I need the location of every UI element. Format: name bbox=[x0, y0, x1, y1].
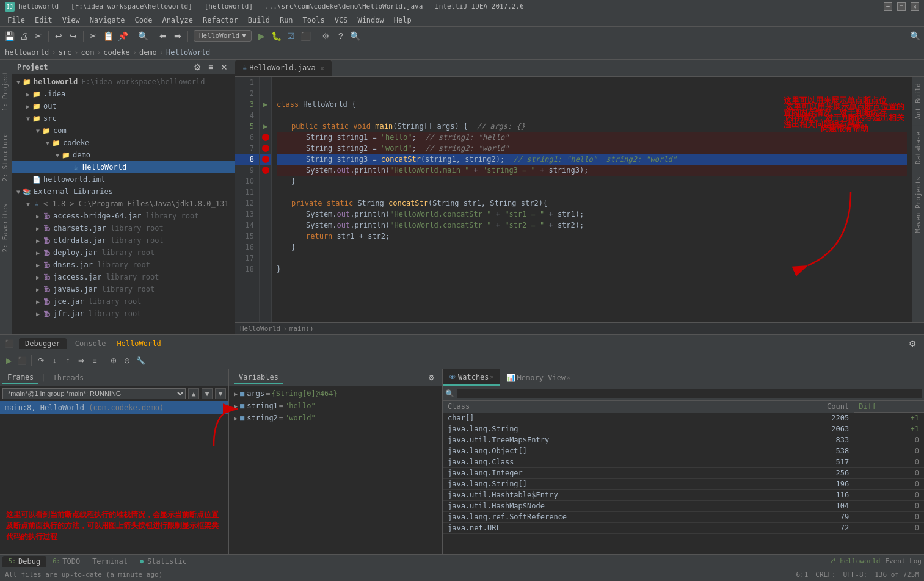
debug-step-out[interactable]: ↑ bbox=[62, 355, 74, 367]
menu-edit[interactable]: Edit bbox=[30, 15, 57, 26]
memory-search-input[interactable] bbox=[457, 389, 922, 398]
code-editor[interactable]: 1 2 3 4 5 6 7 8 9 10 11 12 13 14 bbox=[235, 77, 912, 322]
debug-resume-btn[interactable]: ▶ bbox=[2, 355, 15, 367]
menu-analyze[interactable]: Analyze bbox=[157, 15, 198, 26]
tree-codeke[interactable]: ▼ 📁 codeke bbox=[12, 137, 235, 149]
menu-refactor[interactable]: Refactor bbox=[198, 15, 243, 26]
frames-thread-selector[interactable]: *main*@1 in group *main*: RUNNING bbox=[2, 388, 186, 399]
memory-row-9[interactable]: java.lang.ref.SoftReference790 bbox=[443, 511, 924, 522]
debug-btn-5[interactable]: 🔧 bbox=[134, 355, 147, 367]
maximize-button[interactable]: □ bbox=[897, 2, 906, 11]
frames-tab[interactable]: Frames bbox=[2, 372, 38, 384]
memory-row-5[interactable]: java.lang.Integer2560 bbox=[443, 467, 924, 478]
editor-tab-close-icon[interactable]: ✕ bbox=[321, 65, 324, 71]
menu-window[interactable]: Window bbox=[352, 15, 388, 26]
tree-jar-7[interactable]: ▶ 🗜 javaws.jar library root bbox=[12, 283, 235, 295]
toolbar-btn-1[interactable]: 💾 bbox=[2, 29, 16, 43]
col-count[interactable]: Count bbox=[773, 401, 854, 413]
frames-filter-btn[interactable]: ▼ bbox=[215, 388, 226, 399]
memory-row-6[interactable]: java.lang.String[]1960 bbox=[443, 478, 924, 489]
event-log[interactable]: Event Log bbox=[885, 557, 922, 565]
editor-tab-helloworld[interactable]: ☕ HelloWorld.java ✕ bbox=[235, 60, 332, 76]
toolbar-btn-8[interactable]: ? bbox=[334, 29, 347, 43]
tree-jdk[interactable]: ▼ ☕ < 1.8 > C:\Program Files\Java\jdk1.8… bbox=[12, 198, 235, 210]
tree-jar-1[interactable]: ▶ 🗜 access-bridge-64.jar library root bbox=[12, 210, 235, 222]
toolbar-btn-paste[interactable]: 📌 bbox=[116, 29, 129, 43]
memory-row-8[interactable]: java.util.HashMap$Node1040 bbox=[443, 500, 924, 511]
debug-btn-3[interactable]: ⊕ bbox=[107, 355, 120, 367]
vars-settings-btn[interactable]: ⚙ bbox=[425, 372, 437, 384]
var-string1[interactable]: ▶ ■ string1 = "hello" bbox=[229, 400, 442, 412]
tree-jar-2[interactable]: ▶ 🗜 charsets.jar library root bbox=[12, 222, 235, 234]
close-button[interactable]: ✕ bbox=[911, 2, 919, 11]
project-expand-btn[interactable]: ≡ bbox=[205, 62, 216, 73]
frames-down-btn[interactable]: ▼ bbox=[202, 388, 213, 399]
breadcrumb-helloworld-file[interactable]: HelloWorld bbox=[166, 48, 210, 57]
breadcrumb-helloworld[interactable]: helloworld bbox=[5, 48, 49, 57]
git-branch[interactable]: ⎇ helloworld bbox=[828, 557, 881, 565]
debug-btn-4[interactable]: ⊖ bbox=[121, 355, 133, 367]
tree-jar-4[interactable]: ▶ 🗜 deploy.jar library root bbox=[12, 247, 235, 259]
sidebar-favorites-tab[interactable]: 2: Favorites bbox=[0, 199, 12, 257]
project-settings-btn[interactable]: ⚙ bbox=[192, 62, 203, 73]
menu-navigate[interactable]: Navigate bbox=[85, 15, 130, 26]
toolbar-btn-5[interactable]: ⬅ bbox=[156, 29, 170, 43]
memory-row-3[interactable]: java.lang.Object[]5380 bbox=[443, 446, 924, 457]
menu-vcs[interactable]: VCS bbox=[330, 15, 353, 26]
watches-close-icon[interactable]: ✕ bbox=[490, 374, 494, 380]
frames-up-btn[interactable]: ▲ bbox=[188, 388, 199, 399]
tab-terminal[interactable]: Terminal bbox=[86, 556, 134, 567]
col-diff[interactable]: Diff bbox=[854, 401, 924, 413]
toolbar-btn-7[interactable]: ⚙ bbox=[319, 29, 333, 43]
tree-helloworld[interactable]: ☕ HelloWorld bbox=[12, 161, 235, 173]
memory-view-tab[interactable]: 📊 Memory View ✕ bbox=[500, 369, 577, 386]
sidebar-structure-tab[interactable]: 2: Structure bbox=[0, 128, 12, 186]
var-string2[interactable]: ▶ ■ string2 = "world" bbox=[229, 412, 442, 424]
memory-row-0[interactable]: char[]2205+1 bbox=[443, 413, 924, 424]
menu-run[interactable]: Run bbox=[275, 15, 298, 26]
toolbar-search[interactable]: 🔍 bbox=[136, 29, 150, 43]
tab-todo[interactable]: 6: TODO bbox=[46, 556, 86, 567]
threads-tab[interactable]: Threads bbox=[48, 372, 89, 383]
debug-stop-btn[interactable]: ⬛ bbox=[16, 355, 28, 367]
breadcrumb-codeke[interactable]: codeke bbox=[103, 48, 129, 57]
toolbar-btn-9[interactable]: 🔍 bbox=[349, 29, 362, 43]
toolbar-redo[interactable]: ↪ bbox=[67, 29, 80, 43]
tree-iml[interactable]: 📄 helloworld.iml bbox=[12, 173, 235, 186]
toolbar-undo[interactable]: ↩ bbox=[52, 29, 65, 43]
toolbar-btn-2[interactable]: 🖨 bbox=[17, 29, 31, 43]
tree-idea[interactable]: ▶ 📁 .idea bbox=[12, 88, 235, 100]
tree-jar-6[interactable]: ▶ 🗜 jaccess.jar library root bbox=[12, 271, 235, 283]
run-button[interactable]: ▶ bbox=[255, 29, 269, 43]
tree-jar-3[interactable]: ▶ 🗜 cldrdata.jar library root bbox=[12, 234, 235, 247]
coverage-button[interactable]: ☑ bbox=[285, 29, 298, 43]
watches-tab[interactable]: 👁 Watches ✕ bbox=[443, 369, 500, 386]
menu-help[interactable]: Help bbox=[389, 15, 417, 26]
database-tab[interactable]: Database bbox=[912, 126, 925, 170]
var-args[interactable]: ▶ ■ args = {String[0]@464} bbox=[229, 388, 442, 400]
tab-debug[interactable]: 5: Debug bbox=[2, 556, 46, 567]
ant-build-tab[interactable]: Ant Build bbox=[912, 77, 925, 126]
memory-row-4[interactable]: java.lang.Class5170 bbox=[443, 457, 924, 467]
menu-tools[interactable]: Tools bbox=[298, 15, 330, 26]
debug-step-over[interactable]: ↷ bbox=[35, 355, 47, 367]
frame-item-0[interactable]: main:8, HelloWorld (com.codeke.demo) bbox=[0, 401, 228, 414]
stop-button[interactable]: ⬛ bbox=[299, 29, 313, 43]
tree-root[interactable]: ▼ 📁 helloworld F:\idea workspace\hellowo… bbox=[12, 76, 235, 88]
memory-row-7[interactable]: java.util.Hashtable$Entry1160 bbox=[443, 489, 924, 500]
maven-tab[interactable]: Maven Projects bbox=[912, 170, 925, 239]
breadcrumb-com[interactable]: com bbox=[81, 48, 94, 57]
memory-close-icon[interactable]: ✕ bbox=[567, 374, 570, 381]
menu-file[interactable]: File bbox=[2, 15, 30, 26]
tree-ext-libs[interactable]: ▼ 📚 External Libraries bbox=[12, 186, 235, 198]
menu-build[interactable]: Build bbox=[243, 15, 275, 26]
minimize-button[interactable]: ─ bbox=[884, 2, 892, 11]
debug-run-to-cursor[interactable]: ⇒ bbox=[75, 355, 87, 367]
tree-jar-9[interactable]: ▶ 🗜 jfr.jar library root bbox=[12, 308, 235, 320]
toolbar-btn-6[interactable]: ➡ bbox=[171, 29, 184, 43]
tree-out[interactable]: ▶ 📁 out bbox=[12, 100, 235, 112]
debugger-tab[interactable]: Debugger bbox=[19, 338, 67, 349]
breadcrumb-demo[interactable]: demo bbox=[139, 48, 157, 57]
debug-step-into[interactable]: ↓ bbox=[48, 355, 60, 367]
sidebar-project-tab[interactable]: 1: Project bbox=[0, 66, 12, 116]
